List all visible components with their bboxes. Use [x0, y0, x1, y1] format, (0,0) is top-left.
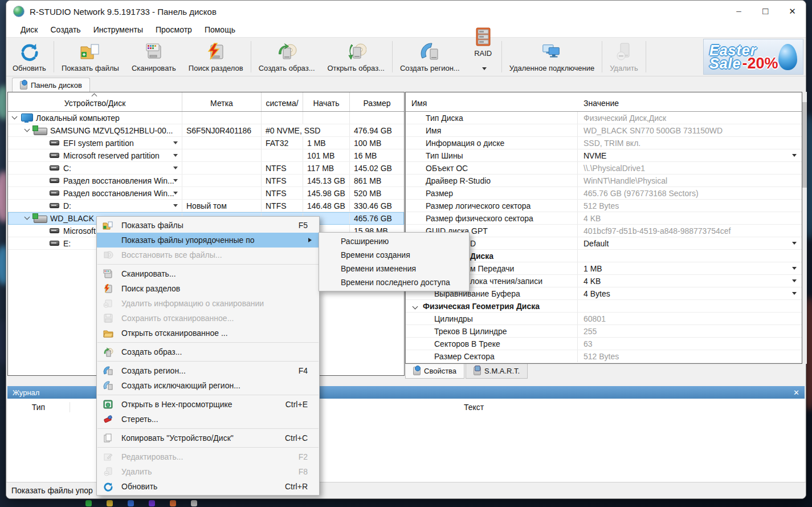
menu-disk[interactable]: Диск	[14, 25, 44, 34]
chevron-down-icon[interactable]	[173, 154, 178, 159]
title-bar[interactable]: R-STUDIO Network 9.5.191733 - Панель дис…	[6, 1, 806, 22]
log-column-type[interactable]: Тип	[7, 402, 70, 412]
table-row[interactable]: C: NTFS 117 MB 145.02 GB	[8, 162, 404, 175]
column-header-value: Значение	[578, 99, 619, 108]
taskbar-icon[interactable]	[85, 500, 92, 506]
scrollbar-thumb[interactable]	[802, 102, 807, 188]
refresh-button[interactable]: Обновить	[6, 38, 52, 76]
table-row[interactable]: EFI system partition FAT32 1 MB 100 MB	[8, 137, 404, 149]
menu-help[interactable]: Помощь	[198, 25, 242, 34]
property-row[interactable]: Тип ШиныNVME	[406, 149, 802, 162]
property-row: Информация о дискеSSD, TRIM вкл.	[406, 137, 802, 149]
hex-viewer-icon	[102, 399, 114, 409]
raid-dropdown-arrow-icon[interactable]	[482, 67, 487, 72]
expand-chevron-icon[interactable]	[25, 214, 30, 220]
column-header-label[interactable]: Метка	[182, 92, 262, 111]
ctx-open-in-hex-viewer[interactable]: Открыть в Hex-просмотрщикеCtrl+E	[97, 397, 319, 412]
show-files-button[interactable]: Показать файлы	[55, 38, 125, 76]
create-region-button[interactable]: Создать регион...	[394, 38, 466, 76]
column-header-filesystem[interactable]: система/	[262, 92, 303, 111]
toolbar-separator	[54, 41, 54, 72]
table-row[interactable]: D: Новый том NTFS 146.48 GB 330.46 GB	[8, 200, 404, 212]
expand-chevron-icon[interactable]	[12, 114, 18, 120]
menu-view[interactable]: Просмотр	[149, 25, 198, 34]
property-row: Цилиндры60801	[406, 313, 802, 325]
menu-separator	[97, 264, 319, 265]
chevron-down-icon[interactable]	[173, 179, 178, 184]
submenu-by-last-access-time[interactable]: Времени последнего доступа	[319, 275, 469, 289]
ctx-create-image[interactable]: Создать образ...	[97, 344, 319, 359]
chevron-down-icon[interactable]	[173, 192, 178, 197]
toolbar-separator	[501, 41, 502, 72]
chevron-down-icon[interactable]	[173, 141, 178, 147]
create-image-icon	[276, 42, 297, 62]
chevron-down-icon[interactable]	[173, 167, 178, 172]
table-row[interactable]: Microsoft reserved partition 101 MB 16 M…	[8, 149, 404, 162]
column-header-start[interactable]: Начать	[303, 92, 350, 111]
tab-smart[interactable]: S.M.A.R.T.	[466, 364, 528, 379]
ctx-erase[interactable]: Стереть...	[97, 412, 319, 427]
menu-create[interactable]: Создать	[44, 25, 87, 34]
scan-button[interactable]: Сканировать	[125, 38, 182, 76]
table-row[interactable]: SAMSUNG MZVLQ512HBLU-00... S6F5NJ0R40118…	[8, 124, 404, 137]
submenu-by-creation-time[interactable]: Времени создания	[319, 248, 469, 262]
tab-disk-panel[interactable]: Панель дисков	[12, 78, 90, 92]
tab-properties[interactable]: Свойства	[405, 364, 464, 379]
properties-panel: Имя Значение Тип ДискаФизический Диск,Ди…	[405, 92, 802, 364]
column-header-size[interactable]: Размер	[350, 92, 404, 111]
property-group-row[interactable]: Физическая Геометрия Диска	[406, 300, 802, 313]
ctx-find-partitions[interactable]: Поиск разделов	[97, 281, 319, 296]
toolbar-separator	[392, 41, 393, 72]
table-row[interactable]: Раздел восстановления Win... NTFS 145.13…	[8, 175, 404, 187]
ctx-show-files[interactable]: Показать файлыF5	[97, 218, 319, 233]
taskbar-icon[interactable]	[170, 500, 176, 506]
taskbar-icon[interactable]	[107, 500, 113, 506]
chevron-down-icon[interactable]	[173, 204, 178, 209]
raid-button[interactable]: RAID	[466, 38, 500, 76]
ctx-create-region[interactable]: Создать регион...F4	[97, 363, 319, 378]
table-row[interactable]: Локальный компьютер	[8, 112, 404, 124]
copy-icon	[102, 433, 114, 443]
open-image-button[interactable]: Открыть образ...	[321, 38, 391, 76]
easter-sale-banner[interactable]: Easter Sale -20%	[703, 39, 803, 75]
menu-tools[interactable]: Инструменты	[87, 25, 149, 34]
open-scan-icon	[102, 328, 114, 338]
partition-icon	[50, 178, 59, 183]
ctx-recover-all-files: Восстановить все файлы...	[97, 248, 319, 262]
status-text: Показать файлы упор	[11, 486, 93, 495]
scan-icon	[102, 269, 114, 279]
toolbar-separator	[602, 41, 602, 72]
create-image-button[interactable]: Создать образ...	[252, 38, 321, 76]
toolbar: Обновить Показать файлы Сканировать Поис…	[6, 37, 806, 76]
ctx-create-exclusive-region[interactable]: Создать исключающий регион...	[97, 378, 319, 393]
find-partitions-button[interactable]: Поиск разделов	[182, 38, 250, 76]
computer-icon	[21, 113, 32, 123]
transfer-size-select: 1 MB	[578, 262, 802, 274]
refresh-icon	[18, 42, 40, 62]
create-region-icon	[419, 42, 440, 62]
maximize-button[interactable]	[752, 1, 779, 22]
ctx-show-files-sorted-by[interactable]: Показать файлы упорядоченные по	[97, 233, 319, 248]
rw-block-select: 4 KB	[578, 275, 802, 287]
submenu-by-extension[interactable]: Расширению	[319, 234, 469, 248]
minimize-button[interactable]	[725, 1, 752, 22]
close-button[interactable]	[779, 1, 806, 22]
ctx-scan[interactable]: Сканировать...	[97, 266, 319, 281]
partition-icon	[50, 241, 59, 246]
log-close-icon[interactable]	[793, 388, 799, 397]
ctx-open-scan-info[interactable]: Открыть отсканированное ...	[97, 326, 319, 340]
ctx-refresh[interactable]: ОбновитьCtrl+R	[97, 479, 319, 494]
physical-drive-icon	[34, 214, 46, 222]
table-row[interactable]: Раздел восстановления Win... NTFS 145.98…	[8, 187, 404, 200]
taskbar-icon[interactable]	[128, 500, 134, 506]
expand-chevron-icon[interactable]	[25, 127, 30, 132]
taskbar-icon[interactable]	[191, 500, 197, 506]
taskbar-icon[interactable]	[149, 500, 155, 506]
menu-separator	[97, 395, 319, 395]
properties-scrollbar[interactable]	[802, 92, 807, 364]
submenu-by-modification-time[interactable]: Времени изменения	[319, 262, 469, 275]
create-image-icon	[102, 347, 114, 357]
remote-connect-button[interactable]: Удаленное подключение	[503, 38, 601, 76]
partition-icon	[50, 140, 59, 145]
ctx-copy-device[interactable]: Копировать "Устройство/Диск"Ctrl+C	[97, 431, 319, 445]
